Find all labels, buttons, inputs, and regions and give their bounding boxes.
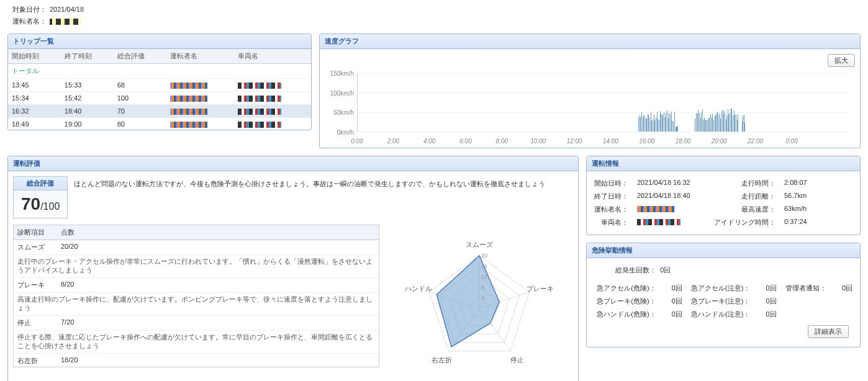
radar-chart: スムーズブレーキ停止右左折ハンドル48121620 <box>386 225 573 381</box>
svg-marker-10 <box>436 256 499 347</box>
trip-row[interactable]: 13:4515:3368 <box>8 79 311 92</box>
info-value: 2:08:07 <box>784 179 852 188</box>
trip-list-scroll[interactable]: 開始時刻終了時刻総合評価運転者名車両名 トータル13:4515:336815:3… <box>8 49 311 130</box>
danger-key: 急ブレーキ(危険)： <box>594 297 656 306</box>
info-value: 0:37:24 <box>784 218 852 227</box>
danger-value: 0回 <box>662 284 682 293</box>
overall-denom: /100 <box>40 201 60 212</box>
overall-score-box: 総合評価 70/100 <box>13 176 68 218</box>
diag-table[interactable]: 診断項目点数スムーズ20/20走行中のブレーキ・アクセル操作が非常にスムーズに行… <box>13 225 379 367</box>
danger-value <box>833 310 852 319</box>
diag-row: 停止7/20 <box>14 316 379 331</box>
svg-text:スムーズ: スムーズ <box>466 241 494 248</box>
info-key: 最高速度： <box>714 205 775 214</box>
danger-value: 0回 <box>662 310 682 319</box>
danger-title: 危険挙動情報 <box>592 246 633 255</box>
driver-name-redacted <box>50 19 81 25</box>
eval-message: ほとんど問題のない運転方法ですが、今後も危険予測を心掛けさせましょう。事故は一瞬… <box>74 176 573 189</box>
drive-info-panel: 運転情報 開始日時：2021/04/18 16:32走行時間：2:08:07終了… <box>586 156 861 235</box>
danger-value: 0回 <box>756 284 776 293</box>
danger-value: 0回 <box>756 310 776 319</box>
diag-row: ブレーキ8/20 <box>14 278 379 293</box>
info-value: 63km/h <box>784 205 852 214</box>
diag-comment: 高速走行時のブレーキ操作に、配慮が欠けています。ポンピングブレーキ等で、徐々に速… <box>14 293 379 316</box>
trip-total-row[interactable]: トータル <box>8 64 311 79</box>
expand-button[interactable]: 拡大 <box>828 54 855 67</box>
header-info: 対象日付：2021/04/18 運転者名： <box>0 0 868 34</box>
danger-total-label: 総発生回数： <box>594 266 656 275</box>
trip-row[interactable]: 18:4919:0080 <box>8 118 311 130</box>
trip-col: 総合評価 <box>114 49 166 64</box>
svg-text:ブレーキ: ブレーキ <box>527 285 554 292</box>
info-key: 車両名： <box>594 218 628 227</box>
target-date-value: 2021/04/18 <box>50 6 84 13</box>
svg-text:20: 20 <box>481 253 487 259</box>
overall-score-label: 総合評価 <box>14 177 67 191</box>
trip-col: 開始時刻 <box>8 49 61 64</box>
diag-row: 右左折18/20 <box>14 354 379 368</box>
danger-total-value: 0回 <box>660 266 671 274</box>
svg-text:右左折: 右左折 <box>432 356 452 364</box>
svg-text:8: 8 <box>481 284 484 290</box>
trip-list-title: トリップ一覧 <box>13 37 54 46</box>
info-value: 2021/04/18 18:40 <box>637 192 705 201</box>
danger-value: 0回 <box>756 297 776 306</box>
eval-panel: 運転評価 総合評価 70/100 ほとんど問題のない運転方法ですが、今後も危険予… <box>7 156 579 381</box>
trip-row[interactable]: 16:3218:4070 <box>8 105 311 118</box>
info-key: 走行時間： <box>714 179 775 188</box>
speed-chart: 0km/h50km/h100km/h150km/h0:002:004:006:0… <box>320 67 860 148</box>
info-value: 56.7km <box>784 192 852 201</box>
danger-key <box>783 310 826 319</box>
danger-detail-button[interactable]: 詳細表示 <box>808 325 849 338</box>
danger-key: 急ハンドル(危険)： <box>594 310 656 319</box>
speed-chart-title: 速度グラフ <box>325 37 359 46</box>
svg-text:停止: 停止 <box>510 356 524 364</box>
danger-value <box>833 297 852 306</box>
trip-col: 運転者名 <box>166 49 234 64</box>
overall-score: 70 <box>21 194 40 213</box>
danger-key: 急ブレーキ(注意)： <box>689 297 751 306</box>
info-key: 運転者名： <box>594 205 628 214</box>
danger-key: 急アクセル(注意)： <box>689 284 751 293</box>
info-value <box>637 205 705 214</box>
svg-text:12: 12 <box>481 274 487 280</box>
driver-name-label: 運転者名： <box>12 17 50 26</box>
info-key: 走行距離： <box>714 192 775 201</box>
drive-info-title: 運転情報 <box>592 159 619 168</box>
trip-row[interactable]: 15:3415:42100 <box>8 92 311 105</box>
trip-list-panel: トリップ一覧 開始時刻終了時刻総合評価運転者名車両名 トータル13:4515:3… <box>7 34 312 130</box>
svg-text:16: 16 <box>481 263 487 269</box>
danger-value: 0回 <box>662 297 682 306</box>
info-value <box>637 218 705 227</box>
target-date-label: 対象日付： <box>12 5 50 14</box>
danger-key <box>783 297 826 306</box>
diag-comment: 走行中のブレーキ・アクセル操作が非常にスムーズに行われています。「慣れ」からくる… <box>14 255 379 278</box>
info-value: 2021/04/18 16:32 <box>637 179 705 188</box>
info-key: 開始日時： <box>594 179 628 188</box>
danger-key: 急アクセル(危険)： <box>594 284 656 293</box>
svg-text:ハンドル: ハンドル <box>404 285 432 292</box>
danger-key: 急ハンドル(注意)： <box>689 310 751 319</box>
eval-title: 運転評価 <box>13 159 40 168</box>
danger-panel: 危険挙動情報 総発生回数： 0回 急アクセル(危険)：0回急アクセル(注意)：0… <box>586 243 861 347</box>
trip-col: 終了時刻 <box>61 49 114 64</box>
info-key: アイドリング時間： <box>714 218 775 227</box>
trip-col: 車両名 <box>234 49 311 64</box>
diag-row: スムーズ20/20 <box>14 240 379 255</box>
danger-value: 0回 <box>833 284 852 293</box>
svg-text:4: 4 <box>481 295 484 301</box>
info-key: 終了日時： <box>594 192 628 201</box>
trip-table: 開始時刻終了時刻総合評価運転者名車両名 トータル13:4515:336815:3… <box>8 49 311 130</box>
speed-chart-panel: 速度グラフ 拡大 0km/h50km/h100km/h150km/h0:002:… <box>319 34 861 148</box>
diag-comment: 停止する際、速度に応じたブレーキ操作への配慮が欠けています。常に早目のブレーキ操… <box>14 331 379 354</box>
danger-key: 管理者通知： <box>783 284 826 293</box>
